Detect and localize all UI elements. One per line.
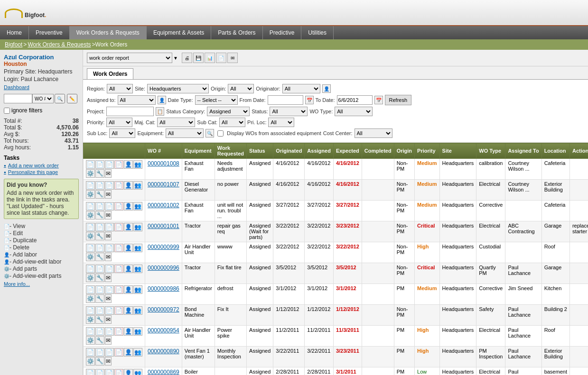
pri-loc-select[interactable]: All — [268, 118, 294, 127]
icon-email[interactable]: ✉ — [105, 294, 112, 303]
icon-gear[interactable]: ⚙️ — [86, 211, 95, 220]
icon-person1[interactable]: 👤 — [124, 181, 133, 190]
nav-preventive[interactable]: Preventive — [29, 26, 70, 39]
row-wo-number[interactable]: 0000001007 — [145, 180, 182, 201]
icon-person1[interactable]: 👤 — [124, 160, 133, 169]
icon-duplicate[interactable]: 📄 — [105, 223, 114, 231]
icon-parts2[interactable]: 🔧 — [95, 336, 104, 345]
ignore-filters-checkbox[interactable] — [4, 108, 10, 114]
report-icon-save[interactable]: 💾 — [193, 53, 204, 63]
icon-person2[interactable]: 👥 — [133, 348, 142, 357]
icon-person2[interactable]: 👥 — [133, 181, 142, 190]
icon-view[interactable]: 📄 — [86, 327, 95, 336]
icon-person1[interactable]: 👤 — [124, 327, 133, 336]
icon-view[interactable]: 📄 — [86, 181, 95, 190]
icon-delete[interactable]: 📄 — [114, 369, 123, 375]
icon-email[interactable]: ✉ — [105, 232, 112, 240]
icon-gear[interactable]: ⚙️ — [86, 253, 95, 261]
th-completed[interactable]: Completed — [362, 143, 394, 159]
legend-delete[interactable]: 📄- Delete — [4, 244, 79, 251]
equipment-select[interactable]: All — [166, 128, 204, 138]
icon-duplicate[interactable]: 📄 — [105, 181, 114, 190]
icon-email[interactable]: ✉ — [105, 190, 112, 199]
icon-email[interactable]: ✉ — [105, 253, 112, 261]
equipment-search-icon[interactable]: 🔍 — [205, 129, 214, 137]
maj-cat-select[interactable]: All — [157, 118, 195, 127]
legend-duplicate[interactable]: 📄- Duplicate — [4, 237, 79, 244]
th-wo[interactable]: WO # — [145, 143, 182, 159]
legend-add-view-labor[interactable]: 👤- Add-view-edit labor — [4, 258, 79, 265]
th-assigned-to[interactable]: Assigned To — [505, 143, 541, 159]
icon-edit[interactable]: 📄 — [95, 160, 104, 169]
icon-gear[interactable]: ⚙️ — [86, 294, 95, 303]
originator-select[interactable]: All — [282, 84, 320, 93]
legend-view[interactable]: 📄- View — [4, 223, 79, 229]
project-icon[interactable]: 📋 — [156, 107, 164, 116]
icon-email[interactable]: ✉ — [105, 274, 112, 282]
nav-utilities[interactable]: Utilities — [301, 26, 334, 39]
icon-edit[interactable]: 📄 — [95, 202, 104, 210]
sub-cat-select[interactable]: All — [219, 118, 245, 127]
icon-duplicate[interactable]: 📄 — [105, 265, 114, 273]
icon-parts2[interactable]: 🔧 — [95, 315, 104, 324]
th-action-taken[interactable]: Action Taken — [569, 143, 588, 159]
sidebar-dashboard-link[interactable]: Dashboard — [4, 84, 79, 90]
icon-parts2[interactable]: 🔧 — [95, 253, 104, 261]
th-status[interactable]: Status — [247, 143, 273, 159]
assigned-to-select[interactable]: All — [118, 95, 156, 105]
icon-view[interactable]: 📄 — [86, 265, 95, 273]
icon-duplicate[interactable]: 📄 — [105, 202, 114, 210]
icon-email[interactable]: ✉ — [105, 336, 112, 345]
legend-add-parts[interactable]: ⚙️- Add parts — [4, 265, 79, 272]
icon-person1[interactable]: 👤 — [124, 306, 133, 315]
refresh-button[interactable]: Refresh — [385, 95, 412, 105]
row-wo-number[interactable]: 0000001008 — [145, 159, 182, 180]
sidebar-search-input[interactable] — [4, 94, 32, 103]
th-work-requested[interactable]: WorkRequested — [215, 143, 246, 159]
row-wo-number[interactable]: 0000000986 — [145, 284, 182, 305]
originator-person-icon[interactable]: 👤 — [322, 84, 331, 93]
row-wo-number[interactable]: 0000000890 — [145, 347, 182, 367]
icon-edit[interactable]: 📄 — [95, 306, 104, 315]
icon-duplicate[interactable]: 📄 — [105, 244, 114, 252]
icon-email[interactable]: ✉ — [105, 357, 112, 366]
breadcrumb-work-orders-requests[interactable]: Work Orders & Requests — [28, 41, 91, 48]
nav-equipment[interactable]: Equipment & Assets — [147, 26, 211, 39]
legend-edit[interactable]: 📄- Edit — [4, 230, 79, 237]
icon-parts2[interactable]: 🔧 — [95, 294, 104, 303]
icon-parts2[interactable]: 🔧 — [95, 190, 104, 199]
icon-gear[interactable]: ⚙️ — [86, 336, 95, 345]
task-personalize[interactable]: Personalize this page — [4, 169, 79, 175]
legend-add-labor[interactable]: 👤- Add labor — [4, 251, 79, 258]
icon-delete[interactable]: 📄 — [114, 244, 123, 252]
report-icon-pdf[interactable]: 📄 — [216, 53, 226, 63]
to-date-calendar[interactable]: 📅 — [374, 96, 383, 104]
icon-gear[interactable]: ⚙️ — [86, 274, 95, 282]
icon-view[interactable]: 📄 — [86, 160, 95, 169]
report-select[interactable]: work order report — [87, 53, 172, 63]
legend-add-view-parts[interactable]: ⚙️- Add-view-edit parts — [4, 273, 79, 279]
more-info-link[interactable]: More info... — [4, 281, 79, 287]
icon-person2[interactable]: 👥 — [133, 223, 142, 231]
assigned-to-person-icon[interactable]: 👤 — [158, 96, 166, 104]
th-priority[interactable]: Priority — [415, 143, 440, 159]
icon-view[interactable]: 📄 — [86, 202, 95, 210]
tab-work-orders[interactable]: Work Orders — [87, 68, 133, 79]
task-add-work-order[interactable]: Add a new work order — [4, 163, 79, 168]
icon-duplicate[interactable]: 📄 — [105, 327, 114, 336]
sidebar-edit-button[interactable]: ✏️ — [67, 94, 77, 103]
icon-gear[interactable]: ⚙️ — [86, 169, 95, 178]
sub-loc-select[interactable]: All — [109, 128, 135, 138]
icon-delete[interactable]: 📄 — [114, 223, 123, 231]
icon-view[interactable]: 📄 — [86, 369, 95, 375]
icon-person1[interactable]: 👤 — [124, 348, 133, 357]
icon-person1[interactable]: 👤 — [124, 285, 133, 294]
icon-gear[interactable]: ⚙️ — [86, 232, 95, 240]
icon-edit[interactable]: 📄 — [95, 348, 104, 357]
nav-work-orders[interactable]: Work Orders & Requests — [70, 26, 147, 39]
row-wo-number[interactable]: 0000000972 — [145, 305, 182, 326]
site-select[interactable]: Headquarters — [147, 84, 209, 93]
icon-person2[interactable]: 👥 — [133, 265, 142, 273]
icon-edit[interactable]: 📄 — [95, 265, 104, 273]
row-wo-number[interactable]: 0000000996 — [145, 263, 182, 284]
